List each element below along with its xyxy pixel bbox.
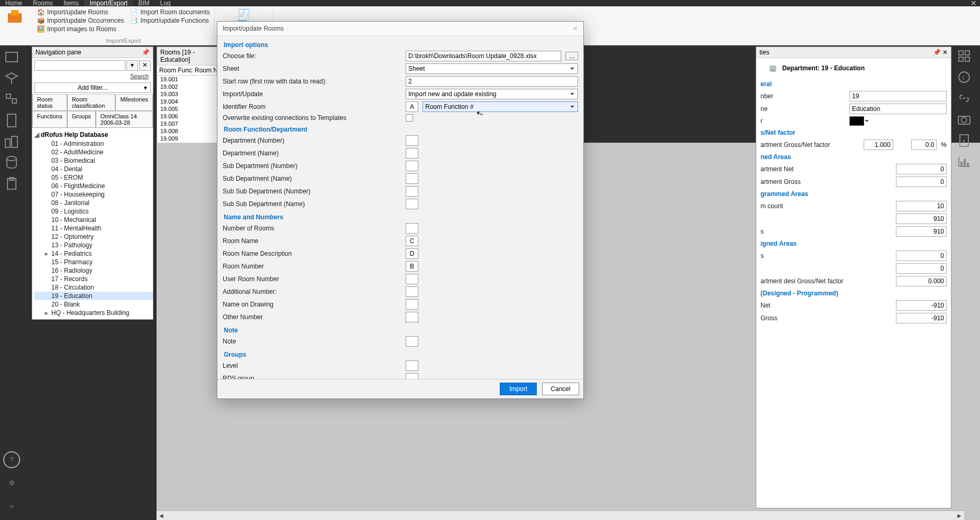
rail-chart-icon[interactable]	[955, 152, 974, 171]
box-subd-name[interactable]	[406, 173, 418, 184]
help-icon[interactable]: ?	[3, 451, 20, 468]
menu-rooms[interactable]: Rooms	[28, 0, 58, 6]
menu-items[interactable]: Items	[58, 0, 84, 6]
import-button[interactable]: Import	[500, 383, 537, 395]
menu-import-export[interactable]: Import/Export	[84, 0, 133, 6]
tab-groups[interactable]: Groups	[67, 112, 96, 128]
box-add-num[interactable]	[406, 286, 418, 297]
menu-log[interactable]: Log	[155, 0, 176, 6]
select-identifier[interactable]: Room Function #	[423, 101, 578, 112]
box-subsub-num[interactable]	[406, 186, 418, 197]
nav-search-input[interactable]	[34, 60, 125, 71]
menu-home[interactable]: Home	[0, 0, 28, 6]
field-name[interactable]: Education	[849, 104, 947, 114]
box-room-num[interactable]: B	[406, 261, 418, 272]
col-room-name[interactable]: Room N	[193, 66, 217, 75]
nav-add-filter[interactable]: Add filter...▾	[34, 82, 151, 93]
tree-item[interactable]: 09 - Logistics	[34, 207, 153, 216]
rail-cube-icon[interactable]	[2, 69, 21, 88]
collapse-icon[interactable]: ››	[3, 498, 20, 515]
tree-item[interactable]: ▸HQ - Headquarters Building	[34, 309, 153, 317]
field-number[interactable]: 19	[849, 91, 947, 101]
box-dept-name[interactable]	[406, 148, 418, 159]
nav-pin-icon[interactable]: 📌	[142, 49, 150, 56]
room-row[interactable]: 19.009	[157, 135, 217, 142]
tree-item[interactable]: 15 - Pharmacy	[34, 258, 153, 266]
rail-view1-icon[interactable]	[2, 48, 21, 67]
box-room-name[interactable]: C	[406, 236, 418, 246]
tree-item[interactable]: 17 - Records	[34, 275, 153, 283]
field-prog2[interactable]: 910	[896, 226, 947, 237]
tree-item[interactable]: 20 - Blank	[34, 300, 153, 309]
tab-omniclass[interactable]: OmniClass 14 2006-03-28	[96, 112, 153, 128]
box-subd-num[interactable]	[406, 161, 418, 171]
field-prog1[interactable]: 910	[896, 213, 947, 224]
cmd-import-update-functions[interactable]: 📑Import/update Functions	[130, 17, 209, 24]
room-row[interactable]: 19.003	[157, 90, 217, 98]
menu-bim[interactable]: BIM	[133, 0, 154, 6]
room-row[interactable]: 19.005	[157, 105, 217, 113]
field-des2[interactable]: 0	[896, 263, 947, 274]
horizontal-scrollbar[interactable]: ◄ ►	[157, 510, 964, 520]
tab-room-status[interactable]: Room status	[32, 95, 67, 111]
rail-buildings-icon[interactable]	[2, 132, 21, 151]
tree-item[interactable]: 18 - Circulation	[34, 283, 153, 292]
rail-docplus-icon[interactable]: +	[955, 131, 974, 150]
box-num-rooms[interactable]	[406, 223, 418, 234]
box-level[interactable]	[406, 360, 418, 371]
input-start-row[interactable]	[406, 76, 578, 87]
tree-item[interactable]: 13 - Pathology	[34, 241, 153, 249]
rail-cubes-icon[interactable]	[2, 90, 21, 109]
rail-db-icon[interactable]	[2, 153, 21, 172]
props-close-icon[interactable]: ✕	[942, 49, 948, 56]
col-room-function[interactable]: Room Function #	[157, 66, 193, 75]
room-row[interactable]: 19.006	[157, 113, 217, 120]
room-row[interactable]: 19.007	[157, 120, 217, 127]
tab-room-classification[interactable]: Room classification	[67, 95, 116, 111]
rail-link-icon[interactable]	[955, 89, 974, 108]
field-dgross[interactable]: -910	[896, 313, 947, 323]
tree-item[interactable]: 04 - Dental	[34, 165, 153, 173]
field-gn-pct[interactable]: 0.0	[911, 140, 937, 150]
scroll-right-icon[interactable]: ►	[955, 512, 964, 519]
rail-grid-icon[interactable]	[955, 47, 974, 66]
field-dnet[interactable]: -910	[896, 300, 947, 311]
rail-clipboard-icon[interactable]	[2, 174, 21, 193]
input-choose-file[interactable]	[406, 51, 561, 61]
room-row[interactable]: 19.002	[157, 83, 217, 90]
tree-item[interactable]: 10 - Mechanical	[34, 216, 153, 224]
tab-functions[interactable]: Functions	[32, 112, 67, 128]
tree-item[interactable]: 01 - Administration	[34, 140, 153, 148]
identifier-col[interactable]: A	[406, 101, 418, 112]
dialog-close-icon[interactable]: ✕	[573, 25, 578, 32]
tab-milestones[interactable]: Milestones	[115, 95, 153, 111]
select-sheet[interactable]: Sheet	[406, 63, 578, 74]
room-row[interactable]: 19.004	[157, 98, 217, 105]
field-des1[interactable]: 0	[896, 250, 947, 261]
tree-item[interactable]: 07 - Housekeeping	[34, 190, 153, 199]
field-color[interactable]	[849, 116, 864, 126]
tree-item[interactable]: 05 - EROM	[34, 173, 153, 182]
box-user-room[interactable]	[406, 274, 418, 284]
field-gross[interactable]: 0	[896, 177, 947, 187]
rail-camera-icon[interactable]	[955, 110, 974, 129]
cmd-import-update-rooms[interactable]: 🏠Import/update Rooms	[37, 8, 124, 16]
box-subsub-name[interactable]	[406, 199, 418, 209]
tree-root[interactable]: ◢dRofus Help Database	[34, 130, 153, 140]
cmd-import-images[interactable]: 🖼️Import images to Rooms	[37, 25, 124, 33]
field-net[interactable]: 0	[896, 164, 947, 174]
box-rds[interactable]	[406, 373, 418, 379]
rail-info-icon[interactable]: i	[955, 68, 974, 87]
settings-icon[interactable]: ⚙	[3, 475, 20, 491]
props-pin-icon[interactable]: 📌	[933, 49, 941, 56]
select-import-update[interactable]: Import new and update existing	[406, 89, 578, 99]
tree-item[interactable]: 16 - Radiology	[34, 266, 153, 275]
tree-item[interactable]: 02 - AdultMedicine	[34, 148, 153, 156]
cmd-import-update-occurrences[interactable]: 📦Import/update Occurrences	[37, 17, 124, 24]
tree-item[interactable]: ▸14 - Pediatrics	[34, 249, 153, 258]
tree-item[interactable]: 11 - MentalHealth	[34, 224, 153, 233]
nav-search-dropdown[interactable]: ▾	[126, 60, 138, 71]
browse-button[interactable]: ...	[565, 52, 578, 60]
tree-item[interactable]: 12 - Optometry	[34, 233, 153, 241]
cancel-button[interactable]: Cancel	[542, 383, 579, 395]
